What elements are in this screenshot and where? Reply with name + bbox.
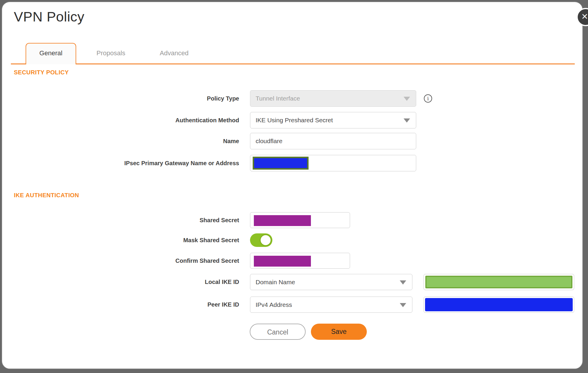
toggle-knob (260, 234, 271, 246)
chevron-down-icon (404, 118, 410, 123)
mask-shared-secret-toggle[interactable] (250, 233, 272, 247)
ike-authentication-section-header: IKE AUTHENTICATION (14, 192, 79, 199)
chevron-down-icon (400, 303, 406, 307)
tab-general-label: General (39, 49, 62, 57)
policy-type-label: Policy Type (2, 90, 239, 107)
redacted-shared-secret-value (254, 215, 311, 226)
local-ike-id-value: Domain Name (256, 279, 295, 285)
ipsec-primary-gateway-input[interactable] (250, 155, 416, 171)
shared-secret-label: Shared Secret (2, 212, 239, 228)
ipsec-primary-gateway-label: IPsec Primary Gateway Name or Address (2, 155, 239, 171)
tab-advanced[interactable]: Advanced (149, 43, 199, 63)
tab-underline (11, 63, 575, 64)
name-label: Name (2, 133, 239, 149)
peer-ike-id-select[interactable]: IPv4 Address (250, 297, 412, 313)
cancel-button[interactable]: Cancel (250, 324, 306, 340)
tab-proposals[interactable]: Proposals (86, 43, 136, 63)
tab-advanced-label: Advanced (160, 49, 189, 57)
close-icon: ✕ (581, 9, 588, 24)
screen: VPN Policy General Proposals Advanced SE… (0, 0, 588, 373)
authentication-method-label: Authentication Method (2, 112, 239, 128)
authentication-method-select[interactable]: IKE Using Preshared Secret (250, 112, 416, 128)
peer-ike-id-label: Peer IKE ID (2, 297, 239, 313)
tab-proposals-label: Proposals (96, 49, 125, 57)
shared-secret-input[interactable] (250, 212, 350, 228)
vpn-policy-dialog: VPN Policy General Proposals Advanced SE… (1, 1, 583, 369)
tab-general[interactable]: General (26, 43, 76, 64)
redacted-gateway-value (253, 157, 309, 170)
security-policy-section-header: SECURITY POLICY (14, 69, 69, 76)
name-input[interactable] (250, 133, 416, 149)
local-ike-id-value-input[interactable] (424, 274, 574, 290)
redacted-confirm-shared-secret-value (254, 256, 311, 267)
save-button[interactable]: Save (311, 324, 367, 340)
confirm-shared-secret-label: Confirm Shared Secret (2, 253, 239, 269)
mask-shared-secret-label: Mask Shared Secret (2, 233, 239, 247)
peer-ike-id-value: IPv4 Address (256, 301, 292, 308)
info-icon[interactable]: i (424, 94, 432, 103)
confirm-shared-secret-input[interactable] (250, 253, 350, 269)
chevron-down-icon (400, 280, 406, 285)
policy-type-select[interactable]: Tunnel Interface (250, 90, 416, 107)
redacted-peer-ike-id-value (425, 298, 573, 311)
local-ike-id-label: Local IKE ID (2, 274, 239, 290)
local-ike-id-select[interactable]: Domain Name (250, 274, 412, 290)
policy-type-value: Tunnel Interface (256, 95, 300, 102)
chevron-down-icon (404, 97, 410, 101)
peer-ike-id-value-input[interactable] (424, 297, 574, 313)
redacted-local-ike-id-value (425, 276, 572, 288)
authentication-method-value: IKE Using Preshared Secret (256, 117, 333, 123)
dialog-title: VPN Policy (14, 9, 84, 25)
